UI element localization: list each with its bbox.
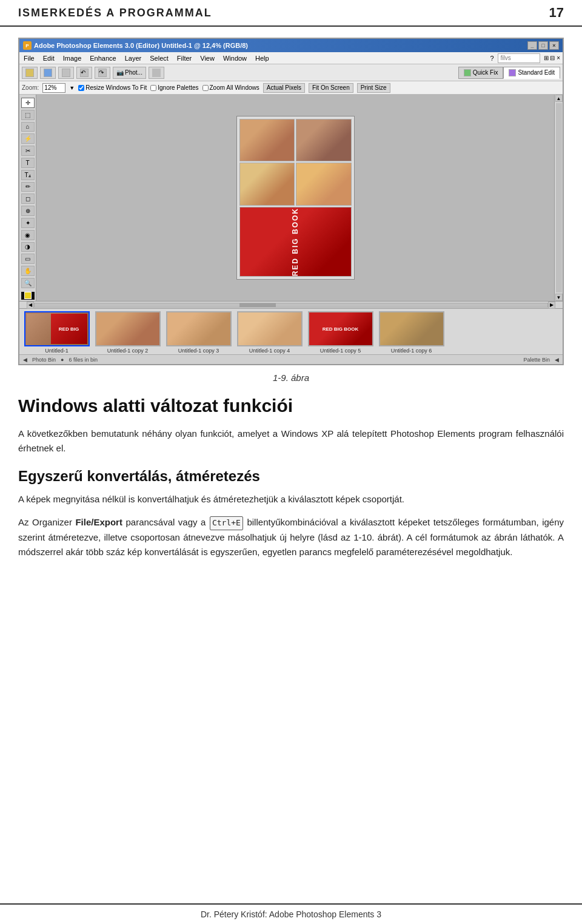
print-icon [62,69,70,77]
menu-select[interactable]: Select [148,54,170,62]
scroll-right-button[interactable]: ▶ [548,302,555,309]
quick-fix-button[interactable]: Quick Fix [458,67,504,79]
photo-bin-radio[interactable]: ● [61,357,64,363]
quick-fix-label: Quick Fix [473,69,498,76]
zoom-dropdown-icon[interactable]: ▼ [69,85,75,91]
fit-on-screen-button[interactable]: Fit On Screen [309,83,353,93]
page-footer: Dr. Pétery Kristóf: Adobe Photoshop Elem… [0,903,582,924]
menu-filter[interactable]: Filter [175,54,193,62]
photo-label-5: Untitled-1 copy 5 [320,348,361,354]
scroll-down-button[interactable]: ▼ [555,294,563,301]
standard-edit-icon [509,69,516,76]
type-tool[interactable]: T [21,158,35,168]
standard-edit-button[interactable]: Standard Edit [503,67,560,79]
titlebar-buttons[interactable]: _ □ × [527,41,559,50]
type2-tool[interactable]: T₄ [21,170,35,180]
scroll-left-button[interactable]: ◀ [27,302,34,309]
photo-label-3: Untitled-1 copy 3 [178,348,219,354]
thumb-2[interactable] [95,311,161,346]
zoom-input[interactable] [42,83,65,93]
redo-icon: ↷ [98,69,107,77]
vertical-scrollbar[interactable]: ▲ ▼ [554,95,563,301]
list-item[interactable]: Untitled-1 copy 4 [235,311,304,354]
main-title: Windows alatti változat funkciói [18,395,564,417]
foreground-color-swatch[interactable] [21,292,35,300]
photo-label-1: Untitled-1 [45,348,69,354]
zoom-all-check[interactable]: Zoom All Windows [202,84,259,91]
eraser-tool[interactable]: ◻ [21,194,35,204]
list-item[interactable]: Untitled-1 copy 3 [164,311,233,354]
close-button[interactable]: × [549,41,559,50]
search-input[interactable] [498,53,540,63]
misc-icon [152,69,161,77]
shape-tool[interactable]: ▭ [21,254,35,264]
section1-text1: A képek megnyitása nélkül is konvertálha… [18,492,564,507]
h-scroll-thumb[interactable] [239,303,276,307]
text2-after: parancsával vagy a [122,517,209,527]
list-item[interactable]: RED BIG BOOK Untitled-1 copy 5 [306,311,375,354]
toolbar-misc-btn[interactable] [149,67,164,79]
minimize-button[interactable]: _ [527,41,537,50]
toolbar-redo-btn[interactable]: ↷ [95,67,110,79]
photo-cell-2 [296,119,352,161]
ignore-palettes-check[interactable]: Ignore Palettes [150,84,198,91]
toolbar-open-btn[interactable] [22,67,38,79]
dodge-tool[interactable]: ◑ [21,242,35,252]
menu-image[interactable]: Image [61,54,84,62]
magic-wand-tool[interactable]: ⚡ [21,133,35,144]
text2-bold: File/Export [75,517,122,527]
menu-edit[interactable]: Edit [41,54,56,62]
horizontal-scrollbar[interactable]: ◀ ▶ [19,301,563,308]
toolbar-save-btn[interactable] [40,67,56,79]
toolbar-undo-btn[interactable]: ↶ [76,67,92,79]
toolbox: ✛ ⬚ ⌂ ⚡ ✂ T T₄ ✏ ◻ ⊕ ✦ ◉ ◑ ▭ ✋ 🔍 [19,95,36,301]
photo-label-6: Untitled-1 copy 6 [391,348,432,354]
ignore-palettes-label: Ignore Palettes [158,84,198,91]
toolbar-print-btn[interactable] [58,67,74,79]
list-item[interactable]: RED BIG Untitled-1 [22,311,92,354]
photo-bin-arrow-left[interactable]: ◀ [23,357,27,363]
palette-bin-label: Palette Bin [523,357,550,363]
actual-pixels-button[interactable]: Actual Pixels [263,83,305,93]
thumb-4[interactable] [237,311,303,346]
paint-tool[interactable]: ✏ [21,182,35,192]
list-item[interactable]: Untitled-1 copy 2 [93,311,162,354]
menu-layer[interactable]: Layer [123,54,144,62]
titlebar-left: P Adobe Photoshop Elements 3.0 (Editor) … [23,41,248,50]
menu-view[interactable]: View [198,54,216,62]
list-item[interactable]: Untitled-1 copy 6 [376,311,446,354]
clone-tool[interactable]: ⊕ [21,206,35,216]
thumb-6[interactable] [379,311,444,346]
page-header: ISMERKEDÉS A PROGRAMMAL 17 [0,0,582,27]
photo-bin-arrow-right[interactable]: ◀ [555,357,559,363]
toolbar-photo-btn[interactable]: 📷 Phot... [113,67,146,79]
app-icon: P [23,41,32,50]
hand-tool[interactable]: ✋ [21,266,35,276]
menu-enhance[interactable]: Enhance [88,54,118,62]
marquee-tool[interactable]: ⬚ [21,110,35,120]
blur-tool[interactable]: ◉ [21,230,35,240]
color-swatch[interactable] [24,292,32,299]
image-grid: RED BIG BOOK [237,116,354,279]
photo-cell-1 [239,119,295,161]
thumb-3[interactable] [166,311,232,346]
thumb-1[interactable]: RED BIG [24,311,90,346]
photo-label-4: Untitled-1 copy 4 [249,348,290,354]
zoom-label: Zoom: [22,84,39,91]
thumb-5[interactable]: RED BIG BOOK [308,311,373,346]
resize-windows-check[interactable]: Resize Windows To Fit [78,84,147,91]
figure-caption-text: 1-9. ábra [273,373,309,383]
move-tool[interactable]: ✛ [21,98,35,108]
scroll-up-button[interactable]: ▲ [555,95,563,102]
menu-help[interactable]: Help [253,54,271,62]
lasso-tool[interactable]: ⌂ [21,122,35,132]
menu-file[interactable]: File [22,54,36,62]
healing-tool[interactable]: ✦ [21,218,35,228]
menu-right: ? ⊞ ⊟ × [490,53,560,63]
menu-window[interactable]: Window [221,54,249,62]
maximize-button[interactable]: □ [538,41,548,50]
crop-tool[interactable]: ✂ [21,146,35,156]
photo-cell-4 [296,163,352,205]
zoom-tool[interactable]: 🔍 [21,278,35,288]
print-size-button[interactable]: Print Size [357,83,390,93]
